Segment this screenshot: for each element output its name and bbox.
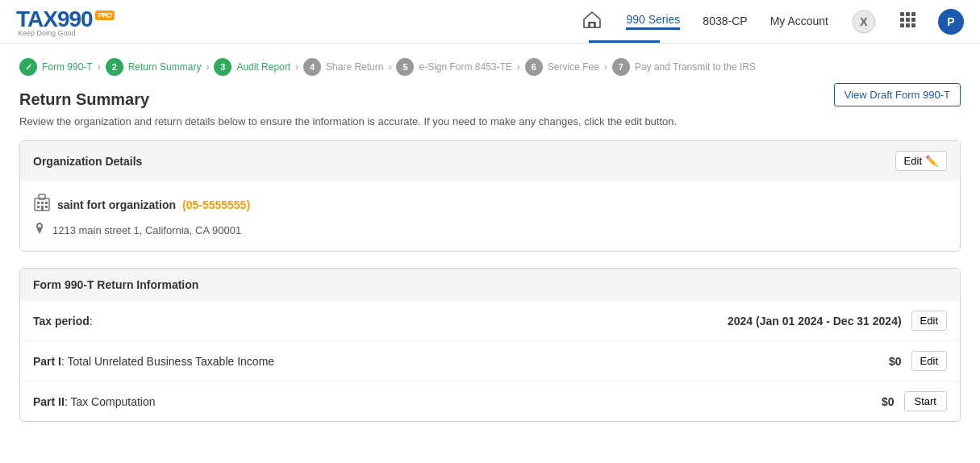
org-edit-label: Edit <box>904 155 922 167</box>
nav-active-underline <box>589 40 660 43</box>
part-i-edit-button[interactable]: Edit <box>911 351 947 371</box>
step-1-circle: ✓ <box>19 58 37 76</box>
part-i-value-area: $0 Edit <box>889 351 947 371</box>
step-4-circle: 4 <box>303 58 321 76</box>
page-subtitle: Review the organization and return detai… <box>19 115 961 127</box>
grid-icon[interactable] <box>899 11 915 31</box>
step-7: 7 Pay and Transmit to the IRS <box>612 58 756 76</box>
step-arrow-3: › <box>295 61 298 73</box>
tax-period-label-suffix: : <box>90 315 93 327</box>
part-i-row: Part I: Total Unrelated Business Taxable… <box>20 341 960 382</box>
return-info-card: Form 990-T Return Information Tax period… <box>19 268 961 422</box>
part-ii-label-prefix: Part II <box>33 395 65 408</box>
part-i-value: $0 <box>889 355 902 368</box>
org-ein-text: (05-5555555) <box>182 198 250 211</box>
step-6: 6 Service Fee <box>525 58 599 76</box>
svg-rect-18 <box>45 206 48 208</box>
return-card-title: Form 990-T Return Information <box>33 278 198 291</box>
logo-text: TAX990PRO <box>16 6 115 31</box>
step-2-label: Return Summary <box>128 61 202 73</box>
svg-rect-14 <box>41 202 44 204</box>
part-i-label-suffix: : Total Unrelated Business Taxable Incom… <box>61 355 274 368</box>
logo-area: TAX990PRO Keep Doing Good <box>16 6 115 37</box>
part-ii-value: $0 <box>882 395 895 408</box>
org-card-title: Organization Details <box>33 155 142 168</box>
step-1-label: Form 990-T <box>42 61 93 73</box>
nav-990-series[interactable]: 990 Series <box>626 13 680 30</box>
svg-rect-8 <box>911 18 915 22</box>
tax-period-label: Tax period: <box>33 315 93 327</box>
part-ii-value-area: $0 Start <box>882 391 947 411</box>
location-icon <box>33 222 46 238</box>
avatar[interactable]: P <box>938 9 964 35</box>
part-ii-start-button[interactable]: Start <box>904 391 947 411</box>
home-icon[interactable] <box>581 8 603 35</box>
svg-text:X: X <box>860 15 868 28</box>
step-3-circle: 3 <box>214 58 231 76</box>
svg-rect-16 <box>37 206 40 208</box>
tax-period-edit-button[interactable]: Edit <box>911 311 947 331</box>
step-arrow-2: › <box>206 61 209 73</box>
return-card-header: Form 990-T Return Information <box>20 269 960 301</box>
part-i-label: Part I: Total Unrelated Business Taxable… <box>33 355 274 368</box>
org-address-text: 1213 main street 1, California, CA 90001 <box>52 224 241 236</box>
step-3-label: Audit Report <box>236 61 290 73</box>
step-6-label: Service Fee <box>548 61 599 73</box>
step-2-circle: 2 <box>106 58 123 76</box>
step-arrow-5: › <box>517 61 520 73</box>
svg-rect-4 <box>906 12 910 16</box>
step-7-label: Pay and Transmit to the IRS <box>635 61 756 73</box>
step-2: 2 Return Summary <box>106 58 202 76</box>
org-address-row: 1213 main street 1, California, CA 90001 <box>33 222 947 238</box>
svg-rect-13 <box>37 202 40 204</box>
view-draft-button[interactable]: View Draft Form 990-T <box>834 83 961 106</box>
step-arrow-1: › <box>98 61 101 73</box>
part-ii-label: Part II: Tax Computation <box>33 395 156 408</box>
step-5-circle: 5 <box>396 58 414 76</box>
pro-badge: PRO <box>95 10 115 20</box>
tax-period-edit-label: Edit <box>920 315 938 327</box>
org-card-header: Organization Details Edit ✏️ <box>20 141 960 181</box>
part-ii-row: Part II: Tax Computation $0 Start <box>20 382 960 421</box>
part-ii-label-suffix: : Tax Computation <box>65 395 156 408</box>
stepper: ✓ Form 990-T › 2 Return Summary › 3 Audi… <box>0 44 980 90</box>
step-4: 4 Share Return <box>303 58 383 76</box>
tax-period-label-prefix: Tax period <box>33 315 90 327</box>
tax-period-value: 2024 (Jan 01 2024 - Dec 31 2024) <box>728 315 902 327</box>
nav-my-account[interactable]: My Account <box>770 15 828 29</box>
header: TAX990PRO Keep Doing Good 990 Series 803… <box>0 0 980 44</box>
step-1: ✓ Form 990-T <box>19 58 93 76</box>
step-5-label: e-Sign Form 8453-TE <box>419 61 511 73</box>
svg-rect-17 <box>41 206 44 211</box>
part-i-edit-label: Edit <box>920 355 938 367</box>
step-7-circle: 7 <box>612 58 630 76</box>
step-4-label: Share Return <box>326 61 383 73</box>
main-content: Return Summary View Draft Form 990-T Rev… <box>0 90 980 457</box>
part-i-label-prefix: Part I <box>33 355 61 368</box>
step-6-circle: 6 <box>525 58 543 76</box>
svg-rect-11 <box>911 23 915 27</box>
org-edit-button[interactable]: Edit ✏️ <box>895 151 947 171</box>
svg-rect-0 <box>590 23 594 27</box>
svg-rect-10 <box>906 23 910 27</box>
svg-rect-5 <box>911 12 915 16</box>
org-details-card: Organization Details Edit ✏️ <box>19 140 961 252</box>
org-name-text: saint fort organization <box>57 198 176 211</box>
nav-8038cp[interactable]: 8038-CP <box>703 15 747 29</box>
org-name-row: saint fort organization (05-5555555) <box>33 194 947 215</box>
svg-rect-15 <box>45 202 48 204</box>
building-icon <box>33 194 51 215</box>
step-3: 3 Audit Report <box>214 58 290 76</box>
svg-rect-9 <box>900 23 904 27</box>
org-card-body: saint fort organization (05-5555555) 121… <box>20 181 960 251</box>
step-arrow-6: › <box>604 61 607 73</box>
page-title: Return Summary <box>19 90 961 109</box>
header-nav: 990 Series 8038-CP My Account X <box>581 8 964 35</box>
tax-period-value-area: 2024 (Jan 01 2024 - Dec 31 2024) Edit <box>728 311 947 331</box>
tax-period-row: Tax period: 2024 (Jan 01 2024 - Dec 31 2… <box>20 301 960 341</box>
step-arrow-4: › <box>388 61 391 73</box>
svg-rect-6 <box>900 18 904 22</box>
svg-rect-3 <box>900 12 904 16</box>
xero-icon[interactable]: X <box>851 9 877 35</box>
edit-pencil-icon: ✏️ <box>925 155 938 167</box>
